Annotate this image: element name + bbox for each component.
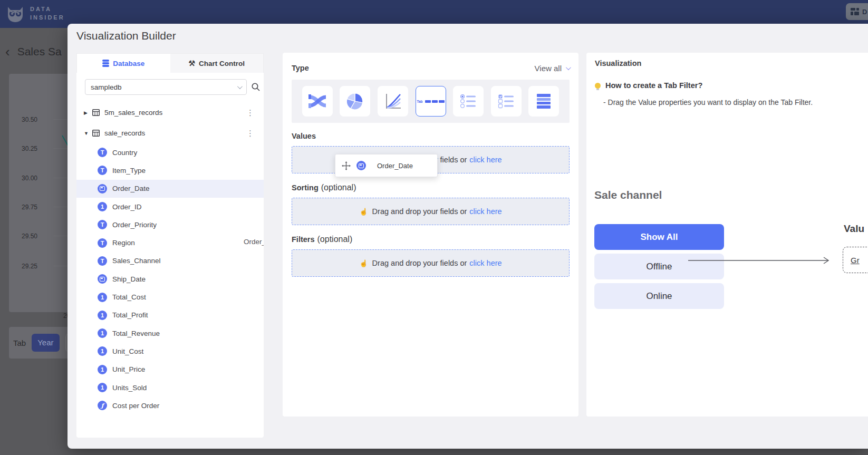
background-tab-year[interactable]: Year	[32, 334, 59, 352]
date-field-icon	[98, 184, 107, 193]
number-field-icon: 1	[98, 328, 107, 338]
text-field-icon: T	[98, 238, 107, 248]
type-option-radio-list[interactable]	[453, 86, 484, 117]
field-row[interactable]: T Item_Type	[76, 161, 264, 179]
preview-tab-button[interactable]: Online	[594, 283, 724, 309]
drag-hand-icon: ☝	[359, 208, 368, 216]
type-option-sankey[interactable]	[302, 86, 333, 117]
type-section-label: Type	[292, 64, 309, 72]
search-icon[interactable]	[251, 82, 261, 92]
text-field-icon: T	[98, 166, 107, 175]
optional-suffix: (optional)	[317, 235, 353, 244]
field-row[interactable]: 1 Units_Sold	[76, 379, 264, 396]
drag-ghost-label: Order_Date	[244, 238, 264, 246]
table-row[interactable]: ▶ 5m_sales_records ⋮	[76, 102, 264, 123]
field-row[interactable]: 1 Total_Cost	[76, 288, 264, 306]
y-tick-label: 30.50	[6, 116, 37, 123]
type-option-pie[interactable]	[340, 86, 370, 117]
number-field-icon: 1	[98, 202, 107, 211]
y-tick-label: 29.25	[6, 263, 37, 270]
type-option-tab-filter[interactable]: Tab	[416, 86, 446, 117]
background-tab-filter: Tab YearQu	[9, 327, 72, 359]
field-row[interactable]: 1 Unit_Price	[76, 361, 264, 379]
dragged-field-chip[interactable]: Order_Date	[335, 154, 438, 177]
drag-chip-label: Order_Date	[377, 162, 413, 170]
view-all-button[interactable]: View all	[535, 64, 570, 73]
tab-database[interactable]: Database	[77, 54, 170, 73]
field-row[interactable]: ƒ Cost per Order	[76, 396, 264, 414]
sorting-dropzone[interactable]: ☝ Drag and drop your fields or click her…	[292, 198, 570, 225]
group-link[interactable]: Gr	[851, 256, 860, 265]
y-tick-label: 30.00	[6, 175, 37, 182]
chevron-down-icon	[566, 65, 571, 70]
builder-card: Type View all Tab Values ☝ Drag and drop…	[283, 53, 578, 417]
field-row[interactable]: 1 Total_Revenue	[76, 324, 264, 342]
dashboard-icon	[851, 8, 859, 15]
field-row[interactable]: 1 Unit_Cost	[76, 342, 264, 360]
number-field-icon: 1	[98, 346, 107, 356]
y-tick-label: 29.75	[6, 204, 37, 211]
click-here-link[interactable]: click here	[469, 259, 501, 267]
modal-title: Visualization Builder	[76, 30, 176, 42]
dropdown-list-icon	[535, 93, 552, 109]
number-field-icon: 1	[98, 311, 107, 320]
back-chevron-icon[interactable]: ‹	[5, 46, 10, 57]
field-row[interactable]: T Sales_Channel	[76, 252, 264, 270]
drag-hand-icon: ☝	[359, 259, 368, 267]
annotation-arrow	[686, 254, 844, 267]
y-tick-label: 30.25	[6, 145, 37, 152]
page-header: ‹ Sales Sa	[5, 45, 62, 58]
tip-title: How to create a Tab Filter?	[605, 81, 702, 90]
tools-icon: ⚒	[188, 59, 195, 67]
table-icon	[92, 109, 100, 116]
visualization-label: Visualization	[595, 59, 641, 67]
field-row[interactable]: 1 Total_Profit	[76, 306, 264, 324]
click-here-link[interactable]: click here	[469, 156, 501, 164]
brand-line2: INSIDER	[30, 14, 65, 22]
sankey-icon	[308, 93, 327, 110]
page-title: Sales Sa	[17, 45, 62, 58]
move-icon	[342, 161, 351, 170]
left-panel-tabs: Database ⚒ Chart Control	[76, 53, 264, 73]
field-row[interactable]: Order_Date	[76, 180, 264, 198]
type-option-line[interactable]	[378, 86, 408, 117]
tab-chart-control-label: Chart Control	[199, 60, 245, 67]
field-row[interactable]: Ship_Date	[76, 270, 264, 288]
number-field-icon: 1	[98, 383, 107, 392]
kebab-menu-icon[interactable]: ⋮	[246, 108, 254, 118]
datasource-select[interactable]: sampledb	[85, 79, 247, 95]
field-row[interactable]: T Order_Priority	[76, 216, 264, 234]
filters-dropzone[interactable]: ☝ Drag and drop your fields or click her…	[292, 249, 570, 277]
caret-right-icon[interactable]: ▶	[84, 110, 92, 115]
values-section-label: Values	[292, 132, 316, 140]
tab-filter-icon: Tab	[417, 100, 444, 103]
chart-type-strip: Tab	[292, 80, 570, 123]
formula-field-icon: ƒ	[98, 401, 107, 410]
date-field-icon	[356, 161, 366, 170]
owl-logo-icon	[5, 4, 25, 24]
dashboard-button[interactable]: D	[846, 3, 868, 20]
database-panel: sampledb ▶ 5m_sales_records ⋮ ▼ sale_rec…	[76, 73, 264, 438]
field-row[interactable]: 1 Order_ID	[76, 198, 264, 216]
dashboard-button-label: D	[862, 8, 867, 16]
number-field-icon: 1	[98, 365, 107, 374]
radio-list-icon	[460, 94, 477, 109]
visualization-panel: Visualization How to create a Tab Filter…	[586, 53, 868, 417]
type-option-checkbox-list[interactable]	[491, 86, 522, 117]
field-row[interactable]: T Region	[76, 234, 264, 251]
view-all-label: View all	[535, 64, 562, 73]
text-field-icon: T	[98, 148, 107, 157]
kebab-menu-icon[interactable]: ⋮	[246, 129, 254, 138]
tab-chart-control[interactable]: ⚒ Chart Control	[170, 54, 264, 73]
preview-tab-button[interactable]: Show All	[594, 224, 724, 250]
field-row[interactable]: T Country	[76, 143, 264, 161]
lightbulb-icon	[595, 83, 601, 89]
filters-section-label: Filters	[292, 235, 315, 244]
type-option-dropdown-list[interactable]	[528, 86, 559, 117]
schema-tree: ▶ 5m_sales_records ⋮ ▼ sale_records ⋮ T …	[76, 102, 264, 414]
app-logo[interactable]: DATA INSIDER	[5, 4, 65, 24]
click-here-link[interactable]: click here	[469, 207, 501, 216]
caret-down-icon[interactable]: ▼	[84, 131, 92, 136]
table-row[interactable]: ▼ sale_records ⋮	[76, 123, 264, 143]
brand-line1: DATA	[30, 5, 65, 14]
